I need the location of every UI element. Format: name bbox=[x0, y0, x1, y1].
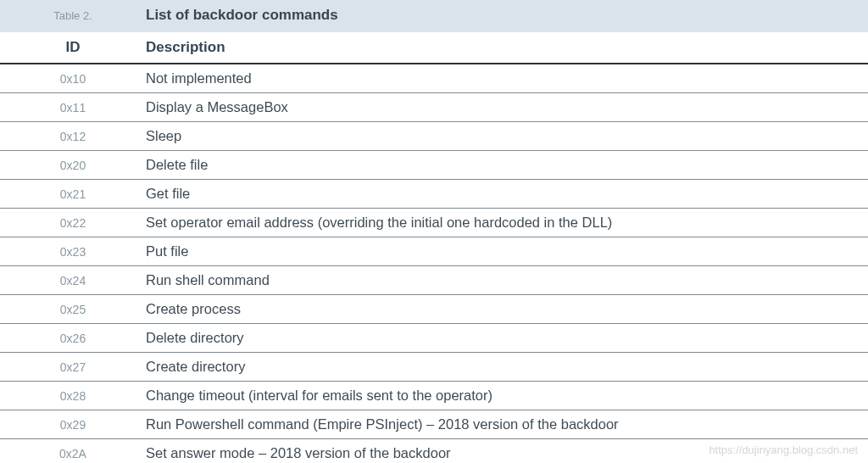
command-id: 0x2A bbox=[0, 439, 146, 464]
command-id: 0x11 bbox=[0, 93, 146, 122]
table-number: Table 2. bbox=[0, 9, 146, 22]
table-row: 0x21Get file bbox=[0, 180, 868, 209]
table-title: List of backdoor commands bbox=[146, 7, 338, 23]
command-id: 0x28 bbox=[0, 382, 146, 410]
table-row: 0x26Delete directory bbox=[0, 324, 868, 353]
command-description: Delete directory bbox=[146, 324, 868, 353]
table-row: 0x24Run shell command bbox=[0, 266, 868, 295]
table-row: 0x12Sleep bbox=[0, 122, 868, 151]
command-id: 0x24 bbox=[0, 266, 146, 295]
command-id: 0x22 bbox=[0, 209, 146, 237]
table-row: 0x23Put file bbox=[0, 237, 868, 266]
table-caption-row: Table 2. List of backdoor commands bbox=[0, 0, 868, 32]
table-row: 0x22Set operator email address (overridi… bbox=[0, 209, 868, 237]
table-row: 0x27Create directory bbox=[0, 353, 868, 382]
command-description: Display a MessageBox bbox=[146, 93, 868, 122]
command-description: Delete file bbox=[146, 151, 868, 180]
command-description: Sleep bbox=[146, 122, 868, 151]
table-row: 0x2ASet answer mode – 2018 version of th… bbox=[0, 439, 868, 464]
command-description: Not implemented bbox=[146, 64, 868, 93]
command-description: Put file bbox=[146, 237, 868, 266]
command-description: Change timeout (interval for emails sent… bbox=[146, 382, 868, 410]
column-header-description: Description bbox=[146, 32, 868, 64]
command-id: 0x27 bbox=[0, 353, 146, 382]
table-header-row: ID Description bbox=[0, 32, 868, 64]
command-id: 0x20 bbox=[0, 151, 146, 180]
command-id: 0x25 bbox=[0, 295, 146, 324]
table-row: 0x20Delete file bbox=[0, 151, 868, 180]
command-description: Run Powershell command (Empire PSInject)… bbox=[146, 410, 868, 439]
command-id: 0x23 bbox=[0, 237, 146, 266]
column-header-id: ID bbox=[0, 32, 146, 64]
table-row: 0x25Create process bbox=[0, 295, 868, 324]
command-description: Set operator email address (overriding t… bbox=[146, 209, 868, 237]
backdoor-commands-table: Table 2. List of backdoor commands ID De… bbox=[0, 0, 868, 463]
command-id: 0x12 bbox=[0, 122, 146, 151]
table-row: 0x11Display a MessageBox bbox=[0, 93, 868, 122]
command-id: 0x10 bbox=[0, 64, 146, 93]
table-row: 0x10Not implemented bbox=[0, 64, 868, 93]
command-description: Run shell command bbox=[146, 266, 868, 295]
command-description: Set answer mode – 2018 version of the ba… bbox=[146, 439, 868, 464]
command-id: 0x21 bbox=[0, 180, 146, 209]
table-row: 0x29Run Powershell command (Empire PSInj… bbox=[0, 410, 868, 439]
command-description: Get file bbox=[146, 180, 868, 209]
command-id: 0x26 bbox=[0, 324, 146, 353]
command-id: 0x29 bbox=[0, 410, 146, 439]
command-description: Create process bbox=[146, 295, 868, 324]
table-row: 0x28Change timeout (interval for emails … bbox=[0, 382, 868, 410]
command-description: Create directory bbox=[146, 353, 868, 382]
